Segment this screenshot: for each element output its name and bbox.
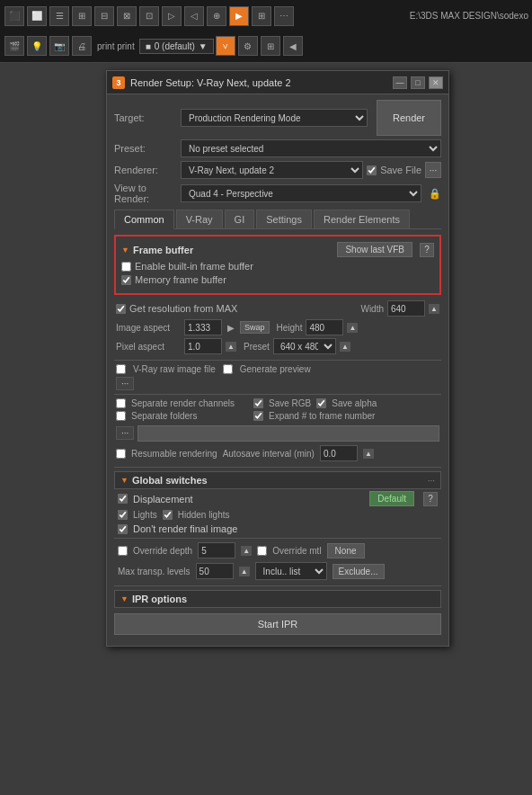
no-final-checkbox[interactable]: [118, 524, 128, 534]
hidden-lights-checkbox[interactable]: [163, 510, 173, 520]
separate-channels-checkbox[interactable]: [116, 398, 126, 408]
toolbar-icon-6[interactable]: ⊠: [117, 6, 137, 26]
pixel-spin[interactable]: ▲: [226, 342, 236, 352]
tab-render-elements[interactable]: Render Elements: [314, 210, 410, 228]
preset-select[interactable]: No preset selected: [181, 139, 441, 157]
pixel-aspect-input[interactable]: [184, 338, 222, 354]
height-input[interactable]: [306, 319, 343, 335]
minimize-button[interactable]: —: [393, 76, 407, 89]
icon-vray[interactable]: V: [216, 36, 235, 56]
toolbar-icon-1[interactable]: ⬛: [4, 6, 24, 26]
override-mtl-checkbox[interactable]: [257, 546, 267, 556]
toolbar-icon-5[interactable]: ⊟: [94, 6, 114, 26]
icon-extra2[interactable]: ◀: [283, 36, 303, 56]
expand-checkbox[interactable]: [253, 411, 263, 421]
global-switches-header[interactable]: ▼ Global switches ···: [114, 471, 441, 489]
swap-button[interactable]: Swap: [240, 321, 270, 334]
override-depth-spin[interactable]: ▲: [241, 546, 252, 556]
start-ipr-button[interactable]: Start IPR: [114, 613, 441, 635]
print-label: print print: [97, 41, 135, 51]
maximize-button[interactable]: □: [411, 76, 425, 89]
icon-print[interactable]: 🖨: [72, 36, 92, 56]
memory-frame-buffer-checkbox[interactable]: [121, 275, 131, 285]
channels-path-input[interactable]: [137, 425, 439, 442]
width-label: Width: [360, 304, 384, 314]
save-alpha-checkbox[interactable]: [316, 398, 326, 408]
resolution-section: Get resolution from MAX Width ▲ Image as…: [114, 300, 441, 354]
ipr-header[interactable]: ▼ IPR options: [114, 590, 441, 608]
autosave-spin[interactable]: ▲: [363, 449, 374, 459]
toolbar-icon-10[interactable]: ⊕: [207, 6, 226, 26]
none-button[interactable]: None: [327, 543, 365, 558]
top-toolbar: ⬛ ⬜ ☰ ⊞ ⊟ ⊠ ⊡ ▷ ◁ ⊕ ▶ ⊞ ⋯ E:\3DS MAX DES…: [0, 0, 532, 63]
get-res-checkbox[interactable]: [116, 304, 126, 314]
toolbar-icon-render[interactable]: ▶: [229, 6, 249, 26]
channels-section: Separate render channels Save RGB Save a…: [114, 398, 441, 442]
save-file-checkbox[interactable]: [367, 165, 377, 175]
exclu-button[interactable]: Exclude...: [332, 564, 385, 579]
render-button[interactable]: Render: [377, 100, 441, 136]
global-help-button[interactable]: ?: [423, 492, 438, 506]
enable-frame-buffer-checkbox[interactable]: [121, 262, 131, 272]
icon-extra1[interactable]: ⊞: [261, 36, 280, 56]
lights-checkbox[interactable]: [118, 510, 128, 520]
layer-selector[interactable]: ■0 (default)▼: [139, 39, 214, 54]
separate-folders-checkbox[interactable]: [116, 411, 126, 421]
preset-spin[interactable]: ▲: [340, 342, 350, 352]
toolbar-icon-11[interactable]: ⊞: [252, 6, 271, 26]
save-alpha-label: Save alpha: [332, 398, 377, 408]
image-aspect-input[interactable]: [184, 319, 222, 335]
show-vfb-button[interactable]: Show last VFB: [337, 242, 412, 257]
aspect-separator: ▶: [227, 323, 235, 333]
toolbar-icon-4[interactable]: ⊞: [72, 6, 92, 26]
target-select[interactable]: Production Rendering Mode: [181, 109, 368, 127]
resolution-preset-select[interactable]: 640 x 480: [273, 338, 336, 354]
override-depth-checkbox[interactable]: [118, 546, 128, 556]
hidden-lights-label: Hidden lights: [178, 510, 230, 520]
displacement-checkbox[interactable]: [118, 494, 128, 504]
icon-settings[interactable]: ⚙: [238, 36, 258, 56]
save-rgb-checkbox[interactable]: [253, 398, 263, 408]
tabs-bar: Common V-Ray GI Settings Render Elements: [114, 210, 441, 229]
width-spin-up[interactable]: ▲: [429, 304, 439, 314]
autosave-input[interactable]: [320, 445, 358, 461]
tab-vray[interactable]: V-Ray: [176, 210, 223, 228]
tab-settings[interactable]: Settings: [256, 210, 312, 228]
separate-folders-label: Separate folders: [131, 411, 248, 421]
view-select[interactable]: Quad 4 - Perspective: [181, 184, 421, 202]
height-spin[interactable]: ▲: [347, 323, 358, 333]
max-transp-spin[interactable]: ▲: [239, 567, 250, 576]
dialog-body: Target: Production Rendering Mode Render…: [107, 94, 448, 646]
dialog-icon: 3: [112, 76, 125, 89]
max-transp-input[interactable]: [196, 563, 234, 579]
toolbar-icon-7[interactable]: ⊡: [139, 6, 159, 26]
override-depth-input[interactable]: [198, 542, 235, 558]
generate-preview-checkbox[interactable]: [223, 364, 233, 374]
toolbar-icon-2[interactable]: ⬜: [27, 6, 47, 26]
toolbar-icon-8[interactable]: ▷: [162, 6, 182, 26]
resumable-label: Resumable rendering: [131, 449, 217, 459]
close-button[interactable]: ✕: [429, 76, 443, 89]
inclu-select[interactable]: Inclu.. list: [255, 562, 327, 580]
toolbar-icon-9[interactable]: ◁: [184, 6, 204, 26]
raw-file-checkbox[interactable]: [116, 364, 126, 374]
path-label: E:\3DS MAX DESIGN\sodexo: [410, 11, 528, 21]
more-button[interactable]: ···: [425, 162, 441, 178]
tab-gi[interactable]: GI: [225, 210, 255, 228]
icon-cam[interactable]: 📷: [49, 36, 69, 56]
default-button[interactable]: Default: [369, 491, 414, 506]
save-file-label: Save File: [380, 165, 421, 175]
override-mtl-label: Override mtl: [272, 546, 321, 556]
renderer-select[interactable]: V-Ray Next, update 2: [181, 161, 363, 179]
frame-buffer-help-button[interactable]: ?: [420, 243, 434, 257]
render-setup-dialog: 3 Render Setup: V-Ray Next, update 2 — □…: [106, 70, 449, 647]
icon-light[interactable]: 💡: [27, 36, 47, 56]
raw-file-dots-button[interactable]: ···: [116, 377, 134, 390]
tab-common[interactable]: Common: [114, 210, 174, 229]
resumable-checkbox[interactable]: [116, 449, 126, 459]
width-input[interactable]: [387, 300, 425, 317]
toolbar-icon-3[interactable]: ☰: [49, 6, 69, 26]
toolbar-icon-12[interactable]: ⋯: [274, 6, 294, 26]
icon-scene[interactable]: 🎬: [4, 36, 24, 56]
channels-dots-button[interactable]: ···: [116, 426, 134, 440]
